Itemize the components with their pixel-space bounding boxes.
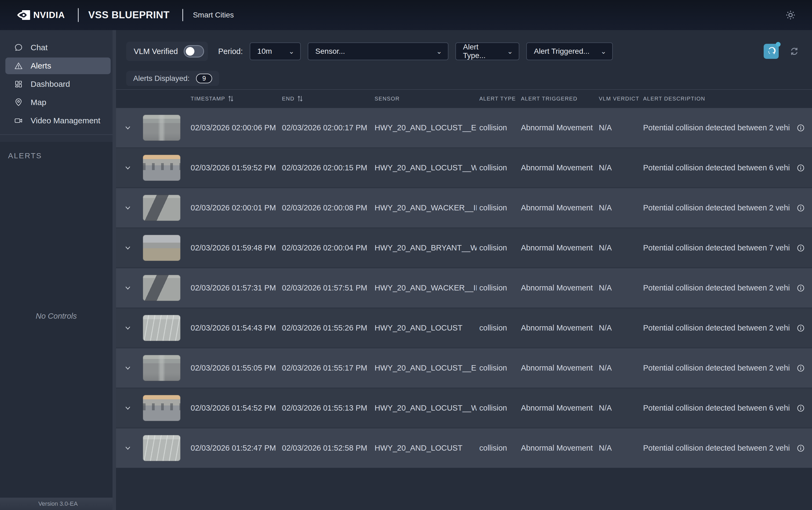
sensor-placeholder: Sensor... xyxy=(315,47,345,56)
expand-chevron-icon[interactable] xyxy=(124,164,132,172)
sensor-cell: HWY_20_AND_LOCUST__EBA xyxy=(372,364,477,372)
sidebar: Chat Alerts Dashboard Map xyxy=(0,30,116,510)
alert-type-select[interactable]: Alert Type... ⌄ xyxy=(455,42,519,60)
sidebar-item-map[interactable]: Map xyxy=(5,94,111,111)
toggle-knob xyxy=(186,47,194,56)
info-icon[interactable] xyxy=(797,404,805,412)
expand-chevron-icon[interactable] xyxy=(124,124,132,132)
alert-triggered-cell: Abnormal Movement xyxy=(518,244,596,252)
timestamp-cell: 02/03/2026 02:00:06 PM xyxy=(188,123,279,132)
expand-chevron-icon[interactable] xyxy=(124,444,132,452)
end-cell: 02/03/2026 02:00:15 PM xyxy=(279,163,372,172)
end-cell: 02/03/2026 01:57:51 PM xyxy=(279,283,372,292)
refresh-button[interactable] xyxy=(787,44,801,58)
sensor-cell: HWY_20_AND_LOCUST__WBA xyxy=(372,163,477,172)
alert-type-cell: collision xyxy=(477,444,518,453)
expand-chevron-icon[interactable] xyxy=(124,364,132,372)
alert-description-cell: Potential collision detected between 2 v… xyxy=(640,364,789,372)
table-row[interactable]: 02/03/2026 01:59:48 PM 02/03/2026 02:00:… xyxy=(116,228,812,267)
alert-type-cell: collision xyxy=(477,283,518,292)
alert-thumbnail[interactable] xyxy=(143,195,180,221)
alert-triggered-cell: Abnormal Movement xyxy=(518,163,596,172)
expand-chevron-icon[interactable] xyxy=(124,404,132,412)
alert-description-cell: Potential collision detected between 6 v… xyxy=(640,163,789,172)
version-footer: Version 3.0-EA xyxy=(0,498,116,510)
alert-description-cell: Potential collision detected between 7 v… xyxy=(640,244,789,252)
info-icon[interactable] xyxy=(797,445,805,452)
app-subtitle: Smart Cities xyxy=(193,11,234,19)
table-row[interactable]: 02/03/2026 01:55:05 PM 02/03/2026 01:55:… xyxy=(116,348,812,388)
vlm-verdict-cell: N/A xyxy=(596,163,640,172)
timestamp-cell: 02/03/2026 01:52:47 PM xyxy=(188,444,279,453)
vlm-verdict-cell: N/A xyxy=(596,283,640,292)
period-select[interactable]: 10m ⌄ xyxy=(250,42,301,60)
sidebar-item-video-management[interactable]: Video Management xyxy=(5,112,111,129)
expand-chevron-icon[interactable] xyxy=(124,324,132,332)
info-icon[interactable] xyxy=(797,324,805,332)
alert-description-cell: Potential collision detected between 6 v… xyxy=(640,404,789,413)
column-header-timestamp[interactable]: TIMESTAMP xyxy=(188,95,279,102)
vlm-verdict-cell: N/A xyxy=(596,123,640,132)
alert-thumbnail[interactable] xyxy=(143,395,180,421)
sensor-cell: HWY_20_AND_LOCUST xyxy=(372,323,477,332)
alert-type-cell: collision xyxy=(477,203,518,212)
info-icon[interactable] xyxy=(797,204,805,212)
end-cell: 02/03/2026 02:00:04 PM xyxy=(279,244,372,252)
alert-thumbnail[interactable] xyxy=(143,275,180,301)
alert-triggered-placeholder: Alert Triggered... xyxy=(534,47,590,56)
info-icon[interactable] xyxy=(797,164,805,172)
sidebar-scrollbar[interactable] xyxy=(113,30,116,510)
sensor-select[interactable]: Sensor... ⌄ xyxy=(308,42,448,60)
table-row[interactable]: 02/03/2026 01:54:43 PM 02/03/2026 01:55:… xyxy=(116,308,812,348)
info-icon[interactable] xyxy=(797,364,805,372)
no-controls-text: No Controls xyxy=(0,312,113,320)
main-content: VLM Verified Period: 10m ⌄ Sensor... ⌄ A… xyxy=(116,30,812,510)
alert-triggered-cell: Abnormal Movement xyxy=(518,404,596,413)
alert-type-cell: collision xyxy=(477,323,518,332)
alert-thumbnail[interactable] xyxy=(143,435,180,461)
table-row[interactable]: 02/03/2026 01:54:52 PM 02/03/2026 01:55:… xyxy=(116,388,812,428)
nvidia-logo: NVIDIA xyxy=(17,10,65,21)
alert-thumbnail[interactable] xyxy=(143,155,180,181)
sort-icon[interactable] xyxy=(297,95,303,102)
theme-toggle-button[interactable] xyxy=(783,7,798,23)
app-header: NVIDIA VSS BLUEPRINT Smart Cities xyxy=(0,0,812,30)
alert-thumbnail[interactable] xyxy=(143,315,180,341)
alert-triggered-select[interactable]: Alert Triggered... ⌄ xyxy=(526,42,613,60)
table-row[interactable]: 02/03/2026 02:00:06 PM 02/03/2026 02:00:… xyxy=(116,108,812,147)
chevron-down-icon: ⌄ xyxy=(289,47,295,56)
info-icon[interactable] xyxy=(797,284,805,292)
info-icon[interactable] xyxy=(797,244,805,252)
sidebar-item-chat[interactable]: Chat xyxy=(5,39,111,56)
alert-thumbnail[interactable] xyxy=(143,115,180,141)
vlm-verified-control: VLM Verified xyxy=(126,41,208,61)
expand-chevron-icon[interactable] xyxy=(124,284,132,292)
auto-refresh-button[interactable] xyxy=(764,44,779,59)
vlm-verdict-cell: N/A xyxy=(596,364,640,372)
timestamp-cell: 02/03/2026 01:59:48 PM xyxy=(188,244,279,252)
sidebar-item-alerts[interactable]: Alerts xyxy=(5,57,111,74)
video-camera-icon xyxy=(14,116,23,125)
column-header-end[interactable]: END xyxy=(279,95,372,102)
alert-description-cell: Potential collision detected between 2 v… xyxy=(640,123,789,132)
expand-chevron-icon[interactable] xyxy=(124,244,132,252)
table-row[interactable]: 02/03/2026 01:52:47 PM 02/03/2026 01:52:… xyxy=(116,428,812,468)
sort-icon[interactable] xyxy=(228,95,234,102)
alerts-count-badge: 9 xyxy=(196,74,212,83)
period-value: 10m xyxy=(257,47,272,56)
table-row[interactable]: 02/03/2026 01:59:52 PM 02/03/2026 02:00:… xyxy=(116,147,812,188)
expand-chevron-icon[interactable] xyxy=(124,204,132,212)
column-header-alert-description: ALERT DESCRIPTION xyxy=(640,96,789,102)
alert-thumbnail[interactable] xyxy=(143,355,180,381)
vlm-verified-toggle[interactable] xyxy=(184,45,204,57)
vlm-verdict-cell: N/A xyxy=(596,444,640,453)
table-row[interactable]: 02/03/2026 01:57:31 PM 02/03/2026 01:57:… xyxy=(116,267,812,308)
alert-description-cell: Potential collision detected between 2 v… xyxy=(640,444,789,453)
sidebar-item-dashboard[interactable]: Dashboard xyxy=(5,76,111,92)
column-header-vlm-verdict: VLM VERDICT xyxy=(596,96,640,102)
alert-thumbnail[interactable] xyxy=(143,235,180,261)
period-label: Period: xyxy=(218,47,243,56)
timestamp-cell: 02/03/2026 01:54:52 PM xyxy=(188,404,279,413)
info-icon[interactable] xyxy=(797,124,805,132)
table-row[interactable]: 02/03/2026 02:00:01 PM 02/03/2026 02:00:… xyxy=(116,188,812,228)
